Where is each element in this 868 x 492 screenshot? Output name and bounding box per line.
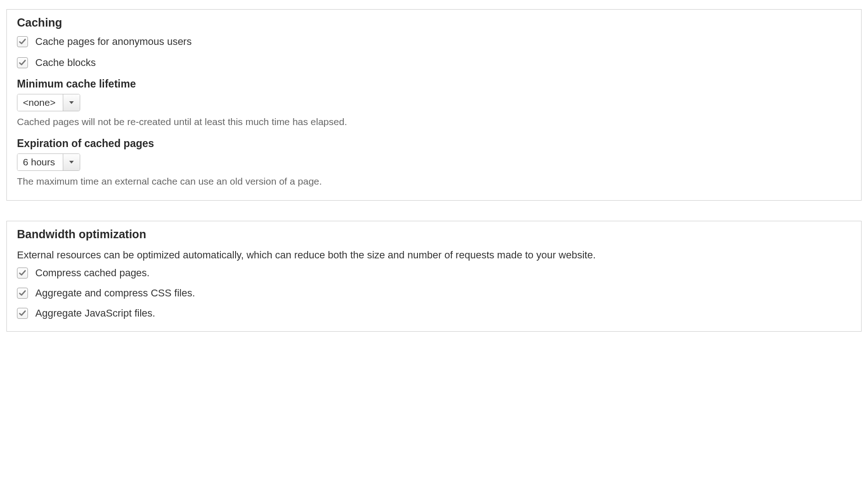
cache-pages-label[interactable]: Cache pages for anonymous users	[35, 36, 192, 48]
compress-row: Compress cached pages.	[17, 267, 851, 279]
bandwidth-fieldset: Bandwidth optimization External resource…	[6, 221, 862, 332]
cache-pages-checkbox[interactable]	[17, 36, 28, 47]
aggregate-js-label[interactable]: Aggregate JavaScript files.	[35, 307, 155, 319]
aggregate-css-label[interactable]: Aggregate and compress CSS files.	[35, 287, 195, 299]
chevron-down-icon	[69, 159, 74, 165]
aggregate-css-row: Aggregate and compress CSS files.	[17, 287, 851, 299]
bandwidth-description: External resources can be optimized auto…	[17, 247, 851, 262]
cache-blocks-row: Cache blocks	[17, 57, 851, 69]
check-icon	[19, 290, 26, 297]
check-icon	[19, 269, 26, 277]
expiration-label: Expiration of cached pages	[17, 137, 851, 150]
cache-pages-row: Cache pages for anonymous users	[17, 36, 851, 48]
cache-blocks-checkbox[interactable]	[17, 57, 28, 68]
bandwidth-legend: Bandwidth optimization	[17, 228, 851, 241]
expiration-dropdown-button[interactable]	[63, 154, 80, 170]
check-icon	[19, 310, 26, 317]
compress-checkbox[interactable]	[17, 268, 28, 279]
caching-legend: Caching	[17, 16, 851, 29]
min-lifetime-value: <none>	[17, 94, 63, 111]
min-lifetime-dropdown-button[interactable]	[63, 94, 80, 111]
aggregate-js-row: Aggregate JavaScript files.	[17, 307, 851, 319]
expiration-value: 6 hours	[17, 154, 63, 170]
cache-blocks-label[interactable]: Cache blocks	[35, 57, 96, 69]
chevron-down-icon	[69, 100, 74, 105]
compress-label[interactable]: Compress cached pages.	[35, 267, 149, 279]
min-lifetime-description: Cached pages will not be re-created unti…	[17, 115, 851, 128]
expiration-select[interactable]: 6 hours	[17, 153, 80, 171]
min-lifetime-select[interactable]: <none>	[17, 94, 80, 111]
aggregate-css-checkbox[interactable]	[17, 288, 28, 299]
expiration-description: The maximum time an external cache can u…	[17, 175, 851, 188]
caching-fieldset: Caching Cache pages for anonymous users …	[6, 9, 862, 201]
min-lifetime-label: Minimum cache lifetime	[17, 78, 851, 90]
aggregate-js-checkbox[interactable]	[17, 308, 28, 319]
check-icon	[19, 38, 26, 45]
check-icon	[19, 59, 26, 66]
